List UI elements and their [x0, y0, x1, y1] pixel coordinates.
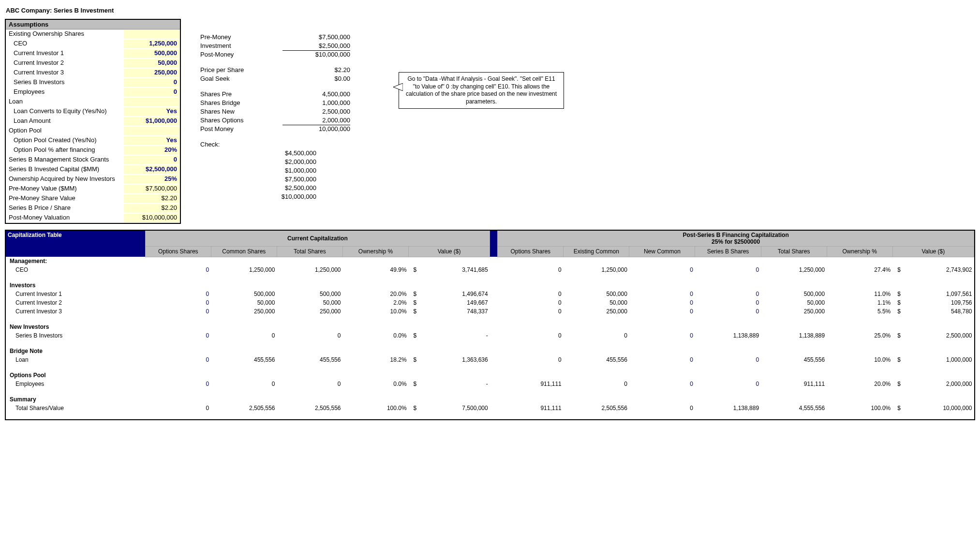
section-options-pool: Options Pool: [6, 371, 145, 380]
section-management: Management:: [6, 257, 145, 265]
premoney-label: Pre-Money Value ($MM): [6, 185, 124, 193]
invested-input[interactable]: $2,500,000: [124, 165, 180, 174]
optionpool-created-input[interactable]: Yes: [124, 136, 180, 145]
seriesb-price-label: Series B Price / Share: [6, 204, 124, 213]
calc-shares-pre: 4,500,000: [282, 90, 350, 99]
mgmt-grants-label: Series B Management Stock Grants: [6, 156, 124, 164]
col-existing-common: Existing Common: [564, 247, 629, 257]
col-common-shares: Common Shares: [211, 247, 277, 257]
inv1-shares-input[interactable]: 500,000: [124, 49, 180, 58]
dollar-sign: $: [892, 265, 908, 274]
calc-check-1: $4,500,000: [249, 149, 316, 158]
inv1-label: Current Investor 1: [6, 49, 124, 58]
calc-shares-post-label: Post Money: [200, 125, 282, 134]
cap-table-title: Capitalization Table: [6, 231, 145, 257]
calc-check-5: $2,500,000: [249, 184, 316, 193]
table-row: Current Investor 1 0 500,000 500,000 20.…: [6, 290, 974, 298]
seriesb-price-output: $2.20: [124, 204, 180, 213]
calc-check-4: $7,500,000: [249, 176, 316, 184]
calc-shares-bridge-label: Shares Bridge: [200, 99, 282, 108]
presharevalue-label: Pre-Money Share Value: [6, 194, 124, 203]
calc-shares-options: 2,000,000: [282, 117, 350, 125]
ceo-tot: 1,250,000: [277, 265, 342, 274]
col-value: Value ($): [409, 247, 490, 257]
table-row: Loan 0 455,556 455,556 18.2% $ 1,363,636…: [6, 355, 974, 364]
mgmt-grants-input[interactable]: 0: [124, 156, 180, 164]
page-title: ABC Company: Series B Investment: [6, 7, 975, 14]
row-inv3-label: Current Investor 3: [6, 307, 145, 316]
calc-goalseek-label: Goal Seek: [200, 75, 282, 84]
ceo-val2: 2,743,902: [908, 265, 974, 274]
acquired-label: Ownership Acquired by New Investors: [6, 175, 124, 184]
ceo-com: 1,250,000: [211, 265, 277, 274]
calc-premoney-label: Pre-Money: [200, 33, 282, 42]
row-inv1-label: Current Investor 1: [6, 290, 145, 298]
loan-convert-label: Loan Converts to Equity (Yes/No): [6, 107, 124, 116]
inv3-shares-input[interactable]: 250,000: [124, 69, 180, 77]
inv3-label: Current Investor 3: [6, 69, 124, 77]
inv2-shares-input[interactable]: 50,000: [124, 59, 180, 68]
callout-arrow-icon: [393, 83, 403, 91]
assumptions-header: Assumptions: [6, 20, 180, 29]
employees-label: Employees: [6, 88, 124, 97]
col-total-shares: Total Shares: [277, 247, 342, 257]
table-row: Series B Investors 0 0 0 0.0% $ - 0 0 0 …: [6, 331, 974, 340]
section-investors: Investors: [6, 281, 145, 290]
col-value-2: Value ($): [892, 247, 974, 257]
col-total-shares-2: Total Shares: [761, 247, 827, 257]
col-new-common: New Common: [629, 247, 695, 257]
inv2-label: Current Investor 2: [6, 59, 124, 68]
col-group-post-line1: Post-Series B Financing Capitalization: [500, 232, 972, 238]
calc-check-2: $2,000,000: [249, 158, 316, 167]
calc-premoney: $7,500,000: [282, 33, 350, 42]
calc-check-6: $10,000,000: [249, 193, 316, 202]
employees-shares-input[interactable]: 0: [124, 88, 180, 97]
ceo-label: CEO: [6, 40, 124, 48]
section-summary: Summary: [6, 395, 145, 404]
col-ownership-pct-2: Ownership %: [827, 247, 892, 257]
dollar-sign: $: [409, 265, 424, 274]
calc-postmoney-label: Post-Money: [200, 51, 282, 59]
ceo-exist: 1,250,000: [564, 265, 629, 274]
section-bridge-note: Bridge Note: [6, 347, 145, 355]
calc-pps: $2.20: [282, 66, 350, 75]
cap-table: Capitalization Table Current Capitalizat…: [6, 231, 974, 419]
col-group-current: Current Capitalization: [145, 231, 490, 247]
col-ownership-pct: Ownership %: [342, 247, 408, 257]
premoney-output: $7,500,000: [124, 185, 180, 193]
calc-shares-post: 10,000,000: [282, 125, 350, 134]
row-inv2-label: Current Investor 2: [6, 298, 145, 307]
loan-convert-input[interactable]: Yes: [124, 107, 180, 116]
table-row: Total Shares/Value 0 2,505,556 2,505,556…: [6, 404, 974, 412]
existing-ownership-label: Existing Ownership Shares: [6, 30, 124, 39]
acquired-input[interactable]: 25%: [124, 175, 180, 184]
col-group-post: Post-Series B Financing Capitalization 2…: [498, 231, 974, 247]
optionpool-pct-input[interactable]: 20%: [124, 146, 180, 155]
cap-table-container: Capitalization Table Current Capitalizat…: [5, 230, 975, 420]
presharevalue-output: $2.20: [124, 194, 180, 203]
calc-shares-new: 2,500,000: [282, 108, 350, 117]
invested-label: Series B Invested Capital ($MM): [6, 165, 124, 174]
calc-investment-label: Investment: [200, 42, 282, 51]
callout-text: Go to "Data -What If Analysis - Goal See…: [406, 75, 557, 105]
section-new-investors: New Investors: [6, 323, 145, 331]
svg-marker-0: [393, 83, 403, 91]
table-row: Employees 0 0 0 0.0% $ - 911,111 0 0 0 9…: [6, 380, 974, 388]
ceo-tot2: 1,250,000: [761, 265, 827, 274]
ceo-own: 49.9%: [342, 265, 408, 274]
calc-check-3: $1,000,000: [249, 167, 316, 176]
table-row: Current Investor 3 0 250,000 250,000 10.…: [6, 307, 974, 316]
optionpool-pct-label: Option Pool % after financing: [6, 146, 124, 155]
optionpool-created-label: Option Pool Created (Yes/No): [6, 136, 124, 145]
row-ceo-label: CEO: [6, 265, 145, 274]
table-row: CEO 0 1,250,000 1,250,000 49.9% $ 3,741,…: [6, 265, 974, 274]
loan-amount-input[interactable]: $1,000,000: [124, 117, 180, 126]
ceo-opt2: 0: [498, 265, 564, 274]
calc-investment: $2,500,000: [282, 42, 350, 51]
ceo-shares-input[interactable]: 1,250,000: [124, 40, 180, 48]
calc-check-label: Check:: [200, 141, 249, 149]
col-options-shares: Options Shares: [145, 247, 211, 257]
seriesb-shares-input[interactable]: 0: [124, 78, 180, 87]
calc-shares-pre-label: Shares Pre: [200, 90, 282, 99]
col-group-post-line2: 25% for $2500000: [500, 238, 972, 245]
